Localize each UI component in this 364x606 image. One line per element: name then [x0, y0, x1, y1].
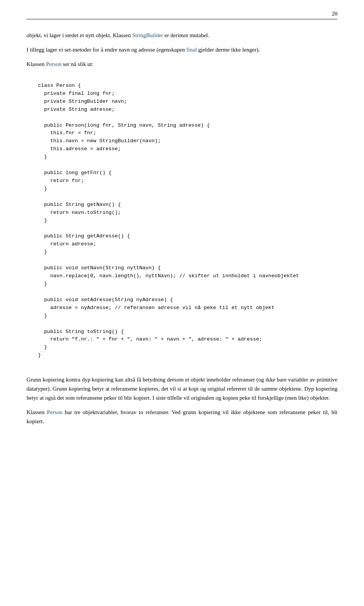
code-line-5 — [38, 115, 41, 120]
bottom-para-1-text: Grunn kopiering kontra dyp kopiering kan… — [27, 377, 337, 401]
code-line-1: class Person { — [38, 83, 81, 88]
code-line-7: this.fnr = fnr; — [38, 130, 96, 136]
code-line-12: public long getFnr() { — [38, 170, 111, 176]
paragraph-3: Klassen Person ser nå slik ut: — [27, 60, 337, 69]
paragraph-2: I tillegg lager vi set-metoder for å end… — [27, 45, 337, 54]
paragraph-1-text-end: er derimot mutabel. — [163, 32, 209, 38]
code-line-17: return navn.toString(); — [38, 210, 121, 215]
paragraph-2-text-start: I tillegg lager vi set-metoder for å end… — [27, 47, 187, 53]
code-block: class Person { private final long fnr; p… — [38, 74, 337, 367]
page-number: 20 — [332, 11, 337, 17]
paragraph-1: objekt, vi lager i stedet et nytt objekt… — [27, 31, 337, 40]
code-line-32: public String toString() { — [38, 329, 124, 334]
code-line-33: return "f.nr.: " + fnr + ", navn: " + na… — [38, 336, 262, 342]
code-line-18: } — [38, 218, 47, 223]
bottom-paragraph-1: Grunn kopiering kontra dyp kopiering kan… — [27, 375, 337, 402]
bottom-paragraphs: Grunn kopiering kontra dyp kopiering kan… — [27, 375, 337, 426]
stringbuilder-link-1[interactable]: StringBuilder — [132, 32, 163, 38]
code-line-35: } — [38, 352, 41, 358]
code-line-11 — [38, 162, 41, 168]
code-line-6: public Person(long fnr, String navn, Str… — [38, 122, 210, 128]
top-rule — [27, 19, 337, 19]
code-line-23 — [38, 257, 41, 263]
bottom-paragraph-2: Klassen Person har tre objektvariabler, … — [27, 408, 337, 426]
bottom-para-2-text-start: Klassen — [27, 409, 47, 415]
code-line-27 — [38, 289, 41, 295]
bottom-para-2-text-end: har tre objektvariabler, hvorav to refer… — [27, 409, 337, 424]
code-line-30: } — [38, 313, 47, 319]
code-line-16: public String getNavn() { — [38, 202, 121, 207]
code-line-14: } — [38, 186, 47, 192]
code-line-9: this.adresse = adresse; — [38, 146, 121, 152]
code-line-29: adresse = nyAdresse; // referansen adres… — [38, 305, 275, 311]
code-line-19 — [38, 226, 41, 231]
paragraph-3-text-start: Klassen — [27, 61, 46, 67]
code-line-34: } — [38, 344, 47, 350]
code-line-21: return adresse; — [38, 241, 96, 247]
paragraph-2-text-end: gjelder derme ikke lenger). — [197, 47, 260, 53]
code-line-31 — [38, 321, 41, 327]
code-line-10: } — [38, 154, 47, 160]
code-line-25: navn.replace(0, navn.length(), nyttNavn)… — [38, 273, 299, 279]
code-line-22: } — [38, 249, 47, 255]
code-line-2: private final long fnr; — [38, 91, 115, 96]
code-line-3: private StringBuilder navn; — [38, 99, 127, 104]
code-line-13: return fnr; — [38, 178, 84, 184]
paragraph-3-text-end: ser nå slik ut: — [61, 61, 93, 67]
code-line-26: } — [38, 281, 47, 287]
final-link[interactable]: final — [187, 47, 197, 53]
code-line-28: public void setAdresse(String nyAdresse)… — [38, 297, 173, 303]
person-link-1[interactable]: Person — [46, 61, 61, 67]
code-line-8: this.navn = new StringBuilder(navn); — [38, 138, 161, 144]
code-line-4: private String adresse; — [38, 107, 115, 112]
paragraph-1-text-start: objekt, vi lager i stedet et nytt objekt… — [27, 32, 132, 38]
page-container: 20 objekt, vi lager i stedet et nytt obj… — [0, 0, 364, 606]
code-line-20: public String getAdresse() { — [38, 233, 130, 239]
code-line-15 — [38, 194, 41, 199]
person-link-2[interactable]: Person — [47, 409, 63, 415]
code-line-24: public void setNavn(String nyttNavn) { — [38, 265, 161, 271]
